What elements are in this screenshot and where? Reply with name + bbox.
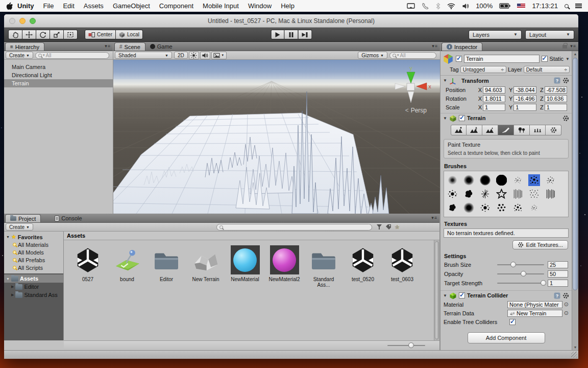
resize-grip[interactable] bbox=[571, 352, 577, 358]
edit-textures-button[interactable]: Edit Textures... bbox=[512, 240, 568, 249]
asset-newmaterial[interactable]: NewMaterial bbox=[228, 245, 262, 288]
space-toggle-button[interactable]: Local bbox=[116, 30, 143, 39]
hierarchy-item-main-camera[interactable]: Main Camera bbox=[4, 63, 113, 71]
rect-tool-button[interactable] bbox=[64, 30, 78, 39]
terrain-data-field[interactable]: New Terrain bbox=[507, 310, 562, 317]
search-by-type-icon[interactable] bbox=[376, 224, 382, 230]
paint-texture-tool[interactable] bbox=[498, 125, 514, 135]
brush-size-value[interactable]: 25 bbox=[548, 261, 568, 268]
help-icon[interactable] bbox=[554, 77, 560, 84]
scene-lighting-toggle[interactable] bbox=[189, 52, 199, 59]
object-picker-icon[interactable]: ⊙ bbox=[564, 301, 569, 308]
menu-file[interactable]: File bbox=[39, 2, 59, 10]
phone-icon[interactable] bbox=[422, 3, 429, 10]
brush-swatch[interactable] bbox=[528, 188, 540, 200]
terrain-collider-header[interactable]: ▼ Terrain Collider bbox=[440, 290, 572, 300]
opacity-value[interactable]: 50 bbox=[548, 270, 568, 278]
minimize-button[interactable] bbox=[19, 18, 26, 24]
hierarchy-item-directional-light[interactable]: Directional Light bbox=[4, 71, 113, 79]
position-x-field[interactable]: 94.603 bbox=[483, 86, 505, 94]
pivot-toggle-button[interactable]: Center bbox=[85, 30, 116, 39]
apple-icon[interactable] bbox=[6, 2, 13, 10]
gear-icon[interactable] bbox=[562, 292, 569, 299]
collider-enabled-checkbox[interactable] bbox=[459, 292, 465, 298]
position-z-field[interactable]: -67.508 bbox=[545, 86, 567, 94]
brush-swatch[interactable] bbox=[447, 188, 458, 200]
brush-swatch[interactable] bbox=[479, 188, 491, 200]
favorite-all-prefabs[interactable]: All Prefabs bbox=[4, 256, 63, 264]
brush-swatch[interactable] bbox=[463, 174, 475, 186]
asset-new-terrain[interactable]: New Terrain bbox=[189, 245, 223, 288]
asset-test-0520[interactable]: test_0520 bbox=[346, 245, 380, 288]
brush-swatch[interactable] bbox=[479, 174, 491, 186]
window-titlebar[interactable]: Untitled - test_0527 - PC, Mac & Linux S… bbox=[4, 14, 578, 28]
play-button[interactable] bbox=[271, 30, 284, 39]
terrain-enabled-checkbox[interactable] bbox=[459, 115, 465, 121]
brush-swatch-selected[interactable] bbox=[528, 174, 540, 186]
tab-scene[interactable]: #Scene bbox=[114, 42, 145, 51]
tab-inspector[interactable]: iInspector bbox=[442, 42, 482, 51]
brush-swatch[interactable] bbox=[463, 188, 475, 200]
zoom-button[interactable] bbox=[30, 18, 36, 24]
hierarchy-item-terrain[interactable]: Terrain bbox=[4, 79, 113, 87]
brush-swatch[interactable] bbox=[496, 188, 507, 200]
scale-y-field[interactable]: 1 bbox=[513, 104, 536, 111]
perspective-label[interactable]: <Persp bbox=[405, 107, 427, 114]
rotate-tool-button[interactable] bbox=[36, 30, 50, 39]
menu-window[interactable]: Window bbox=[243, 2, 276, 10]
hand-tool-button[interactable] bbox=[8, 30, 22, 39]
enable-tree-colliders-checkbox[interactable] bbox=[509, 319, 516, 325]
scene-effects-dropdown[interactable]: ▼ bbox=[211, 52, 227, 59]
asset-standard-assets[interactable]: Standard Ass... bbox=[307, 245, 340, 288]
static-checkbox[interactable] bbox=[542, 56, 548, 62]
terrain-component-header[interactable]: ▼ Terrain bbox=[440, 113, 572, 123]
menu-help[interactable]: Help bbox=[276, 2, 299, 10]
brush-swatch[interactable] bbox=[447, 202, 458, 214]
terrain-settings-tool[interactable] bbox=[546, 125, 561, 135]
menu-assets[interactable]: Assets bbox=[79, 2, 108, 10]
notification-center-icon[interactable] bbox=[575, 4, 582, 8]
target-strength-value[interactable]: 1 bbox=[548, 280, 568, 287]
scale-z-field[interactable]: 1 bbox=[545, 104, 567, 111]
foldout-icon[interactable]: ▼ bbox=[443, 116, 447, 121]
place-trees-tool[interactable] bbox=[514, 125, 530, 135]
tag-dropdown[interactable]: Untagged÷ bbox=[460, 66, 506, 73]
tree-item-editor[interactable]: ▶Editor bbox=[4, 283, 63, 291]
layout-dropdown[interactable]: Layout▼ bbox=[525, 30, 574, 39]
tab-game[interactable]: Game bbox=[145, 42, 177, 51]
tab-console[interactable]: Console bbox=[50, 214, 86, 222]
shading-mode-dropdown[interactable]: Shaded▼ bbox=[115, 52, 172, 59]
raise-lower-terrain-tool[interactable] bbox=[451, 125, 467, 135]
scroll-up-arrow[interactable]: ▲ bbox=[572, 52, 578, 56]
scene-search-input[interactable]: ▾All bbox=[389, 52, 436, 59]
inspector-scrollbar[interactable]: ▲ ▼ bbox=[572, 51, 578, 350]
object-picker-icon[interactable]: ⊙ bbox=[564, 310, 569, 316]
brush-swatch[interactable] bbox=[447, 174, 458, 186]
brush-swatch[interactable] bbox=[512, 188, 524, 200]
favorite-all-scripts[interactable]: All Scripts bbox=[4, 264, 63, 271]
gear-icon[interactable] bbox=[562, 77, 569, 84]
save-search-icon[interactable]: ★ bbox=[395, 224, 400, 231]
tree-item-assets[interactable]: ▼Assets bbox=[4, 274, 63, 283]
gameobject-name-field[interactable]: Terrain bbox=[464, 55, 540, 63]
slider-thumb[interactable] bbox=[408, 342, 414, 348]
scrollbar-thumb[interactable] bbox=[435, 241, 439, 339]
close-button[interactable] bbox=[9, 18, 15, 24]
bluetooth-icon[interactable] bbox=[435, 3, 440, 10]
scroll-down-arrow[interactable]: ▼ bbox=[572, 346, 578, 349]
help-icon[interactable] bbox=[554, 292, 560, 299]
brush-swatch[interactable] bbox=[496, 202, 507, 214]
step-button[interactable] bbox=[298, 30, 312, 39]
brush-swatch[interactable] bbox=[479, 202, 491, 214]
display-icon[interactable] bbox=[407, 3, 415, 9]
rotation-x-field[interactable]: 1.8011 bbox=[483, 95, 505, 102]
position-y-field[interactable]: -38.044 bbox=[513, 86, 536, 94]
scrollbar-thumb[interactable] bbox=[573, 58, 578, 290]
foldout-icon[interactable]: ▼ bbox=[443, 78, 447, 83]
menu-unity[interactable]: Unity bbox=[13, 2, 39, 10]
asset-test-0603[interactable]: test_0603 bbox=[385, 245, 419, 288]
brush-swatch[interactable] bbox=[545, 174, 556, 186]
layers-dropdown[interactable]: Layers▼ bbox=[469, 30, 522, 39]
brush-swatch[interactable] bbox=[512, 174, 524, 186]
menu-component[interactable]: Component bbox=[155, 2, 198, 10]
